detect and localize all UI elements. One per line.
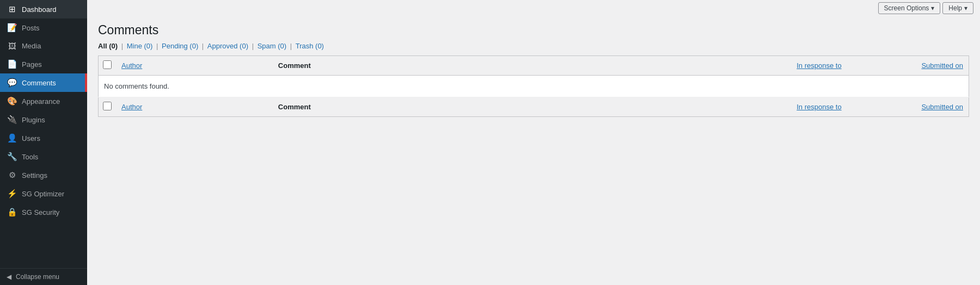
sidebar-item-dashboard[interactable]: ⊞Dashboard [0,0,87,18]
col-header-comment: Comment [273,56,708,76]
filter-approved[interactable]: Approved (0) [207,42,248,50]
sg-optimizer-icon: ⚡ [7,189,17,199]
sidebar-item-users[interactable]: 👤Users [0,129,87,147]
users-icon: 👤 [7,133,17,143]
comments-icon: 💬 [7,78,17,88]
active-accent [85,73,87,92]
help-chevron: ▾ [964,4,967,12]
sidebar-item-label-dashboard: Dashboard [22,5,57,14]
help-label: Help [948,4,962,12]
filter-mine[interactable]: Mine (0) [127,42,153,50]
submitted-footer-sort-link[interactable]: Submitted on [921,103,963,111]
sidebar-item-posts[interactable]: 📝Posts [0,18,87,37]
screen-options-chevron: ▾ [931,4,934,12]
filter-bar: All (0) | Mine (0) | Pending (0) | Appro… [98,42,969,50]
filter-separator-2: | [200,42,206,50]
collapse-menu-button[interactable]: ◀ Collapse menu [0,268,87,285]
response-footer-sort-link[interactable]: In response to [797,103,841,111]
filter-pending[interactable]: Pending (0) [162,42,198,50]
help-button[interactable]: Help ▾ [942,2,973,14]
sidebar-item-label-tools: Tools [22,153,38,161]
topbar: Screen Options ▾ Help ▾ [87,0,980,16]
pages-icon: 📄 [7,59,17,69]
sidebar-item-appearance[interactable]: 🎨Appearance [0,92,87,110]
sidebar-item-tools[interactable]: 🔧Tools [0,147,87,166]
collapse-icon: ◀ [7,273,11,281]
screen-options-button[interactable]: Screen Options ▾ [878,2,941,14]
screen-options-label: Screen Options [884,4,929,12]
sidebar-item-label-pages: Pages [22,60,42,69]
sidebar-item-settings[interactable]: ⚙Settings [0,166,87,184]
sidebar-item-label-posts: Posts [22,24,40,32]
filter-trash[interactable]: Trash (0) [296,42,324,50]
col-footer-checkbox [99,97,117,117]
col-footer-response[interactable]: In response to [708,97,847,117]
col-footer-submitted[interactable]: Submitted on [847,97,969,117]
sidebar-item-label-plugins: Plugins [22,116,45,124]
sidebar-item-label-sg-optimizer: SG Optimizer [22,190,64,198]
col-header-response[interactable]: In response to [708,56,847,76]
dashboard-icon: ⊞ [7,4,17,14]
sidebar-item-label-sg-security: SG Security [22,208,59,216]
col-header-checkbox [99,56,117,76]
filter-separator-4: | [288,42,294,50]
collapse-menu-label: Collapse menu [16,273,59,281]
sidebar-item-comments[interactable]: 💬Comments [0,73,87,92]
posts-icon: 📝 [7,23,17,33]
col-footer-comment: Comment [273,97,708,117]
plugins-icon: 🔌 [7,115,17,125]
sg-security-icon: 🔒 [7,207,17,217]
col-footer-author[interactable]: Author [116,97,273,117]
col-header-submitted[interactable]: Submitted on [847,56,969,76]
table-header-row: Author Comment In response to Submitted … [99,56,969,76]
appearance-icon: 🎨 [7,96,17,106]
page-title: Comments [98,23,969,38]
filter-separator-1: | [154,42,160,50]
filter-all: All (0) [98,42,118,50]
sidebar-item-media[interactable]: 🖼Media [0,37,87,55]
tools-icon: 🔧 [7,152,17,162]
filter-separator-0: | [119,42,125,50]
filter-separator-3: | [250,42,256,50]
main-content: Screen Options ▾ Help ▾ Comments All (0)… [87,0,980,285]
sidebar-item-label-comments: Comments [22,79,56,87]
sidebar-item-plugins[interactable]: 🔌Plugins [0,110,87,129]
submitted-sort-link[interactable]: Submitted on [921,61,963,70]
sidebar-item-pages[interactable]: 📄Pages [0,55,87,73]
sidebar: ⊞Dashboard📝Posts🖼Media📄Pages💬Comments🎨Ap… [0,0,87,285]
table-footer-row: Author Comment In response to Submitted … [99,97,969,117]
settings-icon: ⚙ [7,170,17,180]
filter-spam[interactable]: Spam (0) [258,42,286,50]
sidebar-item-label-appearance: Appearance [22,97,60,106]
comments-table: Author Comment In response to Submitted … [98,55,969,117]
page-content: Comments All (0) | Mine (0) | Pending (0… [87,16,980,285]
media-icon: 🖼 [7,41,17,51]
response-sort-link[interactable]: In response to [797,61,841,70]
author-sort-link[interactable]: Author [121,61,142,70]
sidebar-item-label-settings: Settings [22,171,47,179]
sidebar-item-label-media: Media [22,42,41,50]
select-all-footer-checkbox[interactable] [103,102,112,110]
sidebar-item-sg-security[interactable]: 🔒SG Security [0,203,87,221]
sidebar-item-label-users: Users [22,134,40,142]
no-items-row: No comments found. [99,76,969,97]
no-items-message: No comments found. [99,76,969,97]
select-all-checkbox[interactable] [103,60,112,69]
col-header-author[interactable]: Author [116,56,273,76]
sidebar-item-sg-optimizer[interactable]: ⚡SG Optimizer [0,184,87,203]
author-footer-sort-link[interactable]: Author [121,103,142,111]
